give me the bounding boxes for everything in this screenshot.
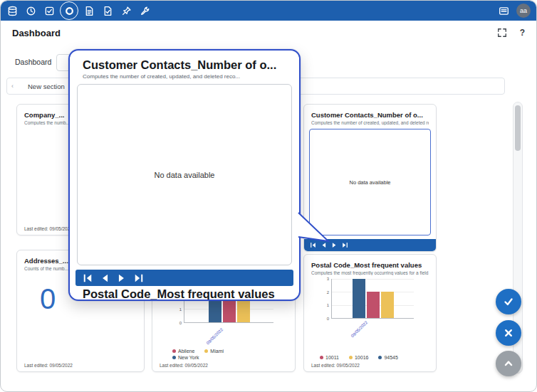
page-header: Dashboard ? — [1, 21, 536, 45]
page-title: Dashboard — [12, 28, 61, 38]
popup-subtitle: Computes the number of created, updated,… — [83, 73, 286, 80]
x-axis-label: 09/05/2022 — [350, 320, 368, 338]
scroll-to-top-button[interactable] — [496, 351, 521, 376]
popup-empty-state: No data available — [77, 84, 292, 265]
card-subtitle: Computes the number of created, updated,… — [311, 120, 429, 125]
popup-callout-tail — [297, 208, 331, 245]
card-subtitle: Computes the most frequently occurring v… — [311, 270, 429, 275]
popup-next-widget-title: Postal Code_Most frequent values — [83, 287, 275, 301]
legend-item: 94545 — [378, 355, 397, 360]
chevron-up-icon — [503, 358, 514, 369]
y-axis: 3210 — [321, 279, 331, 319]
last-edited: Last edited: 09/05/2022 — [24, 226, 73, 231]
legend-item: New York — [172, 355, 199, 360]
popup-pagination-bar — [75, 270, 293, 286]
dashboard-donut-icon[interactable] — [63, 5, 75, 16]
x-axis-label: 09/05/2022 — [206, 327, 224, 345]
database-icon[interactable] — [6, 5, 18, 16]
last-edited: Last edited: 09/05/2022 — [24, 363, 73, 368]
user-avatar[interactable]: aa — [516, 4, 531, 18]
legend-item: Abilene — [172, 349, 194, 354]
panel-icon[interactable] — [498, 5, 509, 16]
top-navigation-bar: aa — [1, 1, 536, 21]
card-title: Postal Code_Most frequent values — [311, 261, 429, 269]
next-page-button[interactable] — [331, 242, 338, 248]
metric-value: 0 — [40, 283, 56, 315]
active-icon-ring — [60, 1, 78, 20]
chart-legend: 100111001694545 — [320, 355, 400, 360]
scrollbar-thumb[interactable] — [515, 105, 521, 151]
widget-zoom-popup: Customer Contacts_Number of o... Compute… — [68, 49, 301, 301]
pin-icon[interactable] — [120, 5, 132, 16]
first-page-button[interactable] — [83, 273, 93, 283]
legend-item: 10016 — [349, 355, 368, 360]
clock-icon[interactable] — [25, 5, 36, 16]
popup-title: Customer Contacts_Number of o... — [83, 58, 286, 72]
bar-94545[interactable] — [353, 279, 365, 318]
last-page-button[interactable] — [134, 273, 144, 283]
confirm-button[interactable] — [496, 289, 521, 314]
next-page-button[interactable] — [117, 273, 127, 283]
dashboard-label: Dashboard — [15, 58, 51, 66]
tab-scroll-left-icon[interactable]: ‹ — [7, 83, 18, 90]
check-icon — [503, 296, 514, 307]
plot-area — [331, 279, 414, 319]
app-window: aa Dashboard ? Dashboard ‹ New section C… — [0, 0, 537, 392]
header-actions: ? — [497, 28, 525, 38]
bar-chart: 3210 — [321, 279, 414, 319]
fullscreen-icon[interactable] — [497, 28, 507, 38]
prev-page-button[interactable] — [100, 273, 110, 283]
help-button[interactable]: ? — [520, 28, 525, 38]
close-icon — [503, 327, 514, 339]
document-check-icon[interactable] — [102, 5, 113, 16]
tab-new-section[interactable]: New section — [18, 83, 75, 90]
document-icon[interactable] — [83, 5, 95, 16]
bar-10016[interactable] — [381, 292, 394, 318]
check-square-icon[interactable] — [43, 5, 55, 16]
bar-10011[interactable] — [367, 292, 380, 318]
last-page-button[interactable] — [342, 242, 348, 248]
legend-item: 10011 — [320, 355, 339, 360]
card-title: Customer Contacts_Number of o... — [311, 111, 429, 119]
wrench-icon[interactable] — [139, 5, 150, 16]
cancel-button[interactable] — [496, 320, 521, 346]
card-postal-code-right[interactable]: Postal Code_Most frequent values Compute… — [303, 254, 437, 372]
legend-item: Miami — [204, 349, 224, 354]
last-edited: Last edited: 09/05/2022 — [311, 363, 360, 368]
chart-legend: AbileneMiamiNew York — [172, 349, 252, 360]
last-edited: Last edited: 09/05/2022 — [160, 363, 208, 368]
